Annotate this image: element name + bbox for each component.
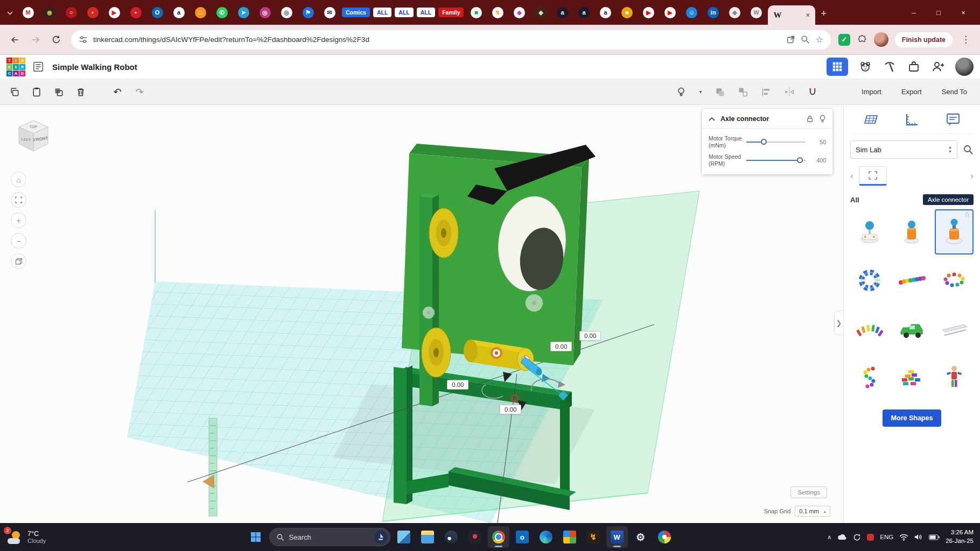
onedrive-cloud-icon[interactable]	[837, 534, 847, 540]
battery-icon[interactable]	[929, 534, 940, 540]
pinned-tab-amazon-dark-1[interactable]: a	[551, 3, 573, 22]
home-view-button[interactable]: ⌂	[11, 172, 26, 187]
tinkercad-logo[interactable]: TINKERCAD	[6, 58, 25, 76]
zoom-icon[interactable]	[801, 35, 810, 44]
category-select[interactable]: Sim Lab ▲▼	[850, 140, 957, 159]
shape-thumb-bead-ring[interactable]	[935, 258, 974, 303]
fit-view-button[interactable]	[11, 192, 26, 208]
motor-speed-slider[interactable]	[746, 157, 806, 164]
zoom-in-button[interactable]: +	[11, 213, 26, 228]
address-bar[interactable]: tinkercad.com/things/dSAIcWYfFPe/edit?re…	[71, 30, 831, 50]
carousel-next-icon[interactable]: ›	[970, 171, 974, 181]
slider-knob[interactable]	[797, 157, 803, 163]
pinned-tab-mail-site[interactable]: ✉	[319, 3, 340, 22]
shape-thumb-axle-connector-selected[interactable]: ☆	[935, 209, 974, 255]
shape-thumb-ball-bearing[interactable]	[850, 258, 889, 303]
group-button[interactable]	[713, 85, 727, 99]
pinned-tab-family[interactable]: Family	[437, 3, 465, 22]
new-tab-button[interactable]: +	[821, 8, 827, 19]
design-title[interactable]: Simple Walking Robot	[52, 62, 137, 72]
align-button[interactable]	[759, 85, 773, 99]
3d-canvas[interactable]: 0.00 0.00 0.00 0.00 TOP LEFT FRONT ⌂	[0, 105, 843, 523]
shape-thumb-domino-arc[interactable]	[850, 306, 889, 351]
carousel-selected-page[interactable]	[859, 166, 887, 186]
wifi-icon[interactable]	[899, 534, 908, 541]
shape-thumb-action-figure[interactable]	[935, 355, 974, 400]
dimension-label[interactable]: 0.00	[579, 331, 601, 341]
dimension-label[interactable]: 0.00	[500, 405, 521, 414]
pinned-tab-all-1[interactable]: ALL	[372, 3, 393, 22]
magnet-snap-button[interactable]	[806, 85, 820, 99]
open-in-new-icon[interactable]	[786, 35, 795, 44]
pinned-tab-green-site[interactable]: ■	[465, 3, 487, 22]
dimension-label[interactable]: 0.00	[447, 380, 468, 390]
pinned-tab-dark-site[interactable]: ◆	[530, 3, 551, 22]
duplicate-button[interactable]	[52, 85, 66, 99]
carousel-prev-icon[interactable]: ‹	[850, 171, 853, 181]
pinned-tab-magenta-site[interactable]: ◆	[508, 3, 530, 22]
pinned-tab-all-3[interactable]: ALL	[415, 3, 437, 22]
volume-icon[interactable]	[914, 533, 923, 541]
pinned-tab-gold-site[interactable]: ◉	[39, 3, 60, 22]
copy-button[interactable]	[8, 85, 22, 99]
classes-bag-icon[interactable]	[907, 60, 921, 74]
pinned-tab-target-site[interactable]: ◎	[276, 3, 297, 22]
mirror-flip-button[interactable]	[782, 85, 796, 99]
pinned-tab-amazon[interactable]: a	[168, 3, 190, 22]
undo-button[interactable]: ↶	[110, 85, 124, 99]
pinned-tab-youtube-2[interactable]: ▶	[659, 3, 681, 22]
show-hide-bulb-button[interactable]	[674, 85, 688, 99]
clock[interactable]: 3:26 AM 26-Jan-25	[946, 528, 974, 545]
perspective-toggle-button[interactable]	[11, 253, 26, 269]
ruler-tool-icon[interactable]	[905, 112, 920, 127]
browser-profile-avatar[interactable]	[874, 32, 888, 47]
taskbar-app-game-launcher[interactable]	[464, 526, 486, 548]
ungroup-button[interactable]	[736, 85, 750, 99]
pinned-tab-flag-site[interactable]: ⚑	[297, 3, 319, 22]
sim-lab-bear-icon[interactable]	[858, 60, 872, 74]
shapes-panel-toggle-button[interactable]	[827, 58, 848, 76]
minecraft-pickaxe-icon[interactable]	[883, 60, 897, 74]
taskbar-app-edge[interactable]	[535, 526, 557, 548]
pinned-tab-bolt-site[interactable]: ↯	[487, 3, 508, 22]
taskbar-app-photos[interactable]	[654, 526, 675, 548]
pinned-tab-all-2[interactable]: ALL	[393, 3, 415, 22]
language-indicator[interactable]: ENG	[880, 534, 893, 540]
collapse-chevron-icon[interactable]	[709, 117, 715, 121]
weather-widget[interactable]: 2 7°C Cloudy	[6, 530, 93, 545]
design-properties-icon[interactable]	[31, 60, 45, 74]
slider-knob[interactable]	[761, 139, 767, 145]
zoom-out-button[interactable]: −	[11, 233, 26, 249]
sync-icon[interactable]	[853, 533, 861, 541]
view-cube[interactable]: TOP LEFT FRONT	[12, 115, 55, 160]
pinned-tab-orange-site[interactable]: □	[190, 3, 211, 22]
forward-button[interactable]	[26, 30, 45, 50]
pinned-tab-video-site[interactable]: ▶	[103, 3, 125, 22]
taskbar-app-file-explorer[interactable]	[417, 526, 438, 548]
pinned-tab-whatsapp[interactable]: ✆	[211, 3, 233, 22]
taskbar-app-task-view[interactable]	[393, 526, 415, 548]
delete-button[interactable]	[74, 85, 88, 99]
shape-thumb-bead-chain[interactable]	[892, 258, 931, 303]
shape-thumb-brick-pile[interactable]	[892, 355, 931, 400]
pinned-tab-gray-site-2[interactable]: W	[745, 3, 767, 22]
shape-thumb-car[interactable]	[892, 306, 931, 351]
dimension-label[interactable]: 0.00	[550, 342, 572, 351]
bulb-dropdown-caret[interactable]: ▾	[697, 85, 704, 99]
taskbar-app-chrome[interactable]	[488, 526, 509, 548]
lock-icon[interactable]	[806, 115, 814, 123]
tab-close-icon[interactable]: ×	[806, 11, 810, 19]
redo-button[interactable]: ↷	[132, 85, 146, 99]
pinned-tab-gmail[interactable]: M	[17, 3, 39, 22]
tab-search-button[interactable]	[3, 6, 16, 19]
tray-chevron-icon[interactable]: ∧	[827, 534, 831, 541]
workplane-tool-icon[interactable]	[863, 112, 879, 126]
pinned-tab-amazon-light[interactable]: a	[594, 3, 616, 22]
send-to-button[interactable]: Send To	[936, 86, 972, 98]
browser-menu-icon[interactable]: ⋮	[959, 34, 972, 45]
taskbar-app-word[interactable]: W	[606, 526, 628, 548]
extensions-puzzle-icon[interactable]	[857, 34, 867, 45]
import-button[interactable]: Import	[856, 86, 887, 98]
pinned-tab-outlook-web[interactable]: O	[146, 3, 168, 22]
snap-grid-select[interactable]: 0.1 mm ▴	[795, 506, 830, 517]
